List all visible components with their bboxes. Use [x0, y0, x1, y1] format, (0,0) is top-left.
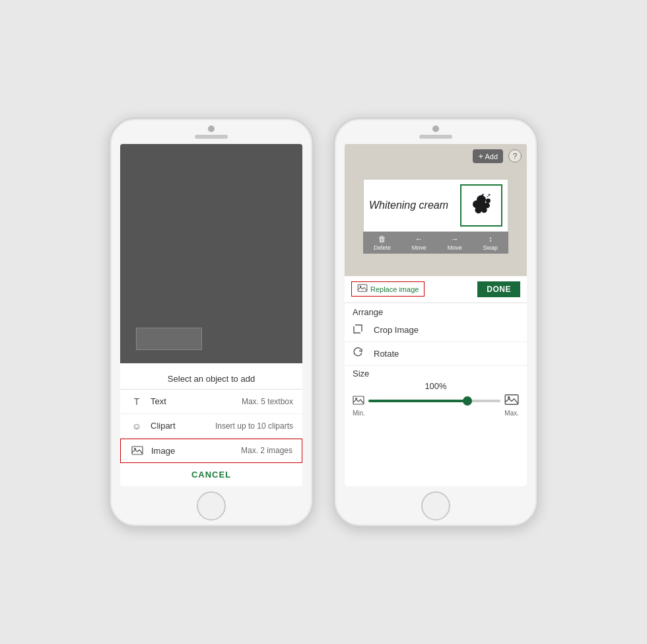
- size-slider-container: [353, 394, 519, 408]
- svg-rect-11: [358, 285, 367, 291]
- crop-image-item[interactable]: Crop Image: [345, 318, 527, 342]
- move-right-label: Move: [448, 244, 462, 251]
- cancel-button[interactable]: CANCEL: [120, 463, 302, 486]
- slider-max-icon: [504, 394, 519, 408]
- move-left-icon: ←: [415, 234, 423, 244]
- slider-max-label: Max.: [504, 410, 519, 417]
- image-max: Max. 2 images: [241, 446, 292, 455]
- phone2-panel: Replace image DONE Arrange Crop Image: [345, 276, 527, 486]
- size-slider[interactable]: [368, 400, 500, 402]
- toolbar-strip: 🗑 Delete ← Move → Move ↕ Swap: [363, 232, 508, 254]
- slider-min-icon: [353, 396, 364, 406]
- slider-labels: Min. Max.: [353, 410, 519, 417]
- phone1-home-button[interactable]: [197, 491, 226, 520]
- slider-thumb: [463, 396, 472, 406]
- toolbar-move-left[interactable]: ← Move: [412, 234, 426, 251]
- replace-image-icon: [357, 284, 368, 294]
- phone1-screen: Select an object to add T Text Max. 5 te…: [120, 144, 302, 486]
- text-label: Text: [151, 396, 242, 406]
- replace-image-label: Replace image: [370, 285, 419, 293]
- clipart-icon: ☺: [129, 421, 144, 431]
- svg-point-8: [486, 199, 491, 203]
- phone2-speaker: [419, 135, 452, 139]
- text-max: Max. 5 textbox: [242, 397, 293, 406]
- label-image-box: ↗: [460, 184, 502, 227]
- delete-icon: 🗑: [378, 234, 386, 244]
- rotate-item[interactable]: Rotate: [345, 342, 527, 366]
- image-label: Image: [151, 446, 241, 456]
- toolbar-move-right[interactable]: → Move: [448, 234, 462, 251]
- phone2-canvas: ? + Add Whitening cream: [345, 144, 527, 276]
- phone1-camera: [208, 125, 215, 132]
- list-item-clipart[interactable]: ☺ Clipart Insert up to 10 cliparts: [120, 414, 302, 439]
- size-section: Size 100%: [345, 366, 527, 422]
- select-object-text: Select an object to add: [120, 370, 302, 389]
- phone1-speaker: [195, 135, 228, 139]
- peacock-image: ↗: [464, 188, 498, 223]
- add-label: Add: [485, 153, 498, 161]
- svg-point-12: [360, 286, 362, 288]
- slider-fill: [368, 400, 467, 402]
- phone1-top: [110, 119, 312, 139]
- list-item-text[interactable]: T Text Max. 5 textbox: [120, 390, 302, 414]
- label-card: Whitening cream: [363, 179, 508, 232]
- size-section-label: Size: [353, 369, 519, 378]
- delete-label: Delete: [374, 244, 391, 251]
- svg-point-14: [355, 398, 357, 400]
- slider-min-label: Min.: [353, 410, 365, 417]
- crop-label: Crop Image: [374, 325, 419, 335]
- clipart-max: Insert up to 10 cliparts: [215, 421, 293, 431]
- label-card-text: Whitening cream: [369, 199, 460, 211]
- phone-1: Select an object to add T Text Max. 5 te…: [109, 118, 314, 527]
- swap-label: Swap: [483, 244, 498, 251]
- phone1-canvas: [120, 144, 302, 363]
- phone2-top: [335, 119, 537, 139]
- swap-icon: ↕: [489, 234, 493, 244]
- phone2-screen: ? + Add Whitening cream: [345, 144, 527, 486]
- phone2-camera: [432, 125, 439, 132]
- phone1-placeholder: [136, 328, 202, 350]
- svg-rect-15: [505, 394, 518, 404]
- rotate-label: Rotate: [374, 349, 399, 359]
- toolbar-swap[interactable]: ↕ Swap: [483, 234, 498, 251]
- phone1-list: T Text Max. 5 textbox ☺ Clipart Insert u…: [120, 389, 302, 463]
- rotate-icon: [353, 347, 367, 360]
- done-button[interactable]: DONE: [477, 281, 520, 297]
- svg-rect-13: [353, 396, 364, 404]
- clipart-label: Clipart: [151, 421, 215, 431]
- list-item-image[interactable]: Image Max. 2 images: [120, 439, 302, 463]
- svg-point-16: [508, 396, 510, 399]
- phone1-bottom: Select an object to add T Text Max. 5 te…: [120, 363, 302, 486]
- arrange-section-label: Arrange: [345, 303, 527, 318]
- help-button[interactable]: ?: [508, 149, 522, 162]
- move-right-icon: →: [451, 234, 459, 244]
- crop-icon: [353, 324, 367, 336]
- svg-point-7: [484, 203, 490, 209]
- toolbar-delete[interactable]: 🗑 Delete: [374, 234, 391, 251]
- phone2-home-button[interactable]: [421, 491, 450, 520]
- phone-2: ? + Add Whitening cream: [333, 118, 538, 527]
- phones-container: Select an object to add T Text Max. 5 te…: [109, 118, 538, 527]
- svg-point-1: [134, 448, 136, 450]
- image-icon: [130, 446, 145, 455]
- text-icon: T: [129, 396, 144, 407]
- add-plus-icon: +: [478, 151, 483, 161]
- replace-image-button[interactable]: Replace image: [351, 281, 425, 297]
- svg-text:↗: ↗: [486, 192, 491, 199]
- svg-rect-0: [132, 447, 143, 454]
- move-left-label: Move: [412, 244, 426, 251]
- size-percent-value: 100%: [353, 381, 519, 391]
- add-button[interactable]: + Add: [473, 149, 503, 163]
- svg-point-5: [475, 207, 481, 213]
- replace-row: Replace image DONE: [345, 276, 527, 303]
